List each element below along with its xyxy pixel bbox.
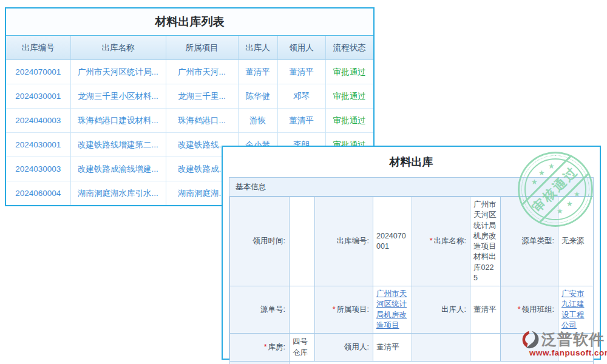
cell-outbound-no[interactable]: 2024030001 <box>6 84 70 109</box>
list-title: 材料出库列表 <box>6 8 373 36</box>
basic-info-section-header: 基本信息 <box>229 178 593 197</box>
receive-time-label: 领用时间: <box>230 197 290 286</box>
cell-receiver: 董清平 <box>277 109 325 133</box>
cell-outbound-name: 湖南洞庭湖水库引水... <box>70 181 166 206</box>
cell-project: 龙湖三千里... <box>166 84 238 109</box>
cell-outbound-name: 龙湖三千里小区材料... <box>70 84 166 109</box>
cell-outbound-no[interactable]: 2024030001 <box>6 133 70 157</box>
reason-label: 出库原因: <box>230 362 290 364</box>
logo-website: www.fanpusoft.com <box>521 348 607 357</box>
receive-team-link[interactable]: 广安市九江建设工程公司 <box>561 289 585 329</box>
required-mark: * <box>264 343 267 351</box>
column-header-status: 流程状态 <box>325 36 373 60</box>
material-outbound-detail-dialog: 材料出库 基本信息 领用时间: 出库编号: 2024070001 *出库名称: … <box>222 146 601 360</box>
table-row[interactable]: 2024040003 珠海鹤港口建设材料... 珠海鹤港口... 游恢 董清平 … <box>6 109 373 133</box>
required-mark: * <box>518 305 521 314</box>
receiver-value: 董清平 <box>373 334 412 362</box>
cell-receiver: 董清平 <box>277 60 325 84</box>
receive-time-value <box>290 197 315 286</box>
cell-issuer: 陈华健 <box>238 84 277 109</box>
source-no-label: 源单号: <box>230 286 290 334</box>
warehouse-value: 四号仓库 <box>290 334 315 362</box>
cell-status: 审批通过 <box>325 60 373 84</box>
table-row[interactable]: 2024030001 龙湖三千里小区材料... 龙湖三千里... 陈华健 邓琴 … <box>6 84 373 109</box>
source-type-label: 源单类型: <box>501 197 558 286</box>
project-label: *所属项目: <box>315 286 373 334</box>
empty-value-cell <box>470 334 501 362</box>
cell-project: 广州市天河... <box>166 60 238 84</box>
column-header-issuer: 出库人 <box>238 36 277 60</box>
outbound-name-value: 广州市天河区统计局机房改造项目材料出库0225 <box>470 197 501 286</box>
receive-team-value: 广安市九江建设工程公司 <box>558 286 594 334</box>
cell-outbound-name: 改建铁路线增建第二... <box>70 133 166 157</box>
cell-outbound-no[interactable]: 2024060004 <box>6 181 70 206</box>
outbound-no-value: 2024070001 <box>373 197 412 286</box>
source-no-value <box>290 286 315 334</box>
receive-team-label: *领用班组: <box>501 286 558 334</box>
cell-outbound-no[interactable]: 2024070001 <box>6 60 70 84</box>
project-value: 广州市天河区统计局机房改造项目 <box>373 286 412 334</box>
project-link[interactable]: 广州市天河区统计局机房改造项目 <box>376 289 407 329</box>
warehouse-label: *库房: <box>230 334 290 362</box>
source-type-value: 无来源 <box>558 197 594 286</box>
cell-outbound-no[interactable]: 2024040003 <box>6 109 70 133</box>
outbound-name-label: *出库名称: <box>412 197 470 286</box>
column-header-outbound-no: 出库编号 <box>6 36 70 60</box>
cell-project: 珠海鹤港口... <box>166 109 238 133</box>
table-row[interactable]: 2024070001 广州市天河区统计局... 广州市天河... 董清平 董清平… <box>6 60 373 84</box>
empty-label-cell <box>412 334 470 362</box>
column-header-receiver: 领用人 <box>277 36 325 60</box>
cell-outbound-name: 广州市天河区统计局... <box>70 60 166 84</box>
issuer-value: 董清平 <box>470 286 501 334</box>
cell-status: 审批通过 <box>325 109 373 133</box>
cell-outbound-no[interactable]: 2024030003 <box>6 157 70 181</box>
cell-receiver: 邓琴 <box>277 84 325 109</box>
reason-value <box>290 362 594 364</box>
cell-issuer: 游恢 <box>238 109 277 133</box>
cell-outbound-name: 珠海鹤港口建设材料... <box>70 109 166 133</box>
dialog-title: 材料出库 <box>223 147 600 177</box>
logo-brand-text: 泛普软件 <box>541 329 605 349</box>
receiver-label: 领用人: <box>315 334 373 362</box>
issuer-label: 出库人: <box>412 286 470 334</box>
fanpu-logo-icon <box>521 330 540 349</box>
outbound-no-label: 出库编号: <box>315 197 373 286</box>
column-header-project: 所属项目 <box>166 36 238 60</box>
fanpu-logo: 泛普软件 www.fanpusoft.com <box>521 329 607 357</box>
cell-status: 审批通过 <box>325 84 373 109</box>
required-mark: * <box>430 237 433 245</box>
required-mark: * <box>333 305 336 314</box>
column-header-outbound-name: 出库名称 <box>70 36 166 60</box>
cell-issuer: 董清平 <box>238 60 277 84</box>
cell-outbound-name: 改建铁路成渝线增建... <box>70 157 166 181</box>
table-header-row: 出库编号 出库名称 所属项目 出库人 领用人 流程状态 <box>6 36 373 60</box>
